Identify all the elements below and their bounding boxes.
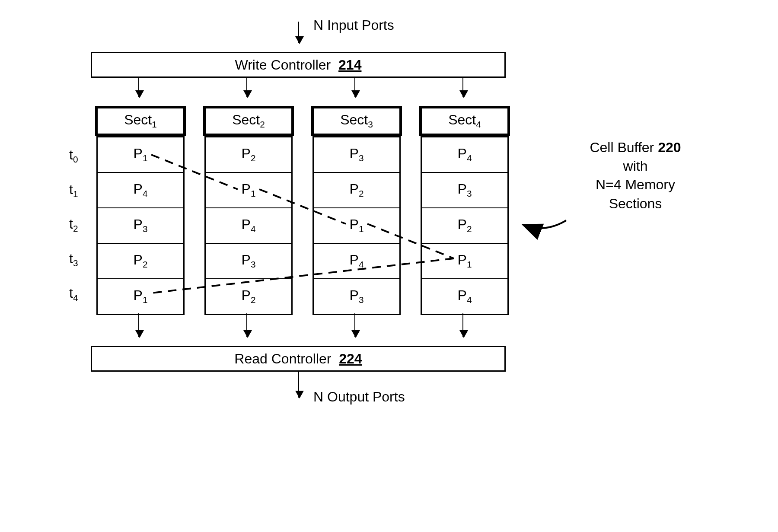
arrow-output [298, 372, 299, 398]
cell-s1-t0: P1 [98, 137, 183, 173]
arrow-wc-s4 [462, 78, 463, 97]
cell-s2-t0: P2 [206, 137, 291, 173]
cell-s1-t4: P1 [98, 279, 183, 314]
cell-s2-t4: P2 [206, 279, 291, 314]
read-controller-box: Read Controller 224 [91, 346, 506, 372]
write-controller-text: Write Controller [235, 57, 331, 73]
time-label-2: t2 [69, 216, 78, 234]
sect-col-1: P1 P4 P3 P2 P1 [96, 136, 185, 315]
arrow-s4-rc [462, 313, 463, 337]
cell-s4-t2: P2 [422, 208, 507, 244]
cell-s3-t1: P2 [314, 173, 399, 208]
sect-col-4: P4 P3 P2 P1 P4 [421, 136, 509, 315]
cell-s1-t3: P2 [98, 244, 183, 279]
cell-s2-t2: P4 [206, 208, 291, 244]
arrow-s1-rc [138, 313, 139, 337]
cell-s2-t3: P3 [206, 244, 291, 279]
input-ports-label: N Input Ports [313, 17, 394, 33]
sect-header-1: Sect1 [95, 106, 186, 136]
sect-header-3: Sect3 [311, 106, 402, 136]
read-controller-text: Read Controller [234, 351, 331, 366]
cell-s4-t4: P4 [422, 279, 507, 314]
time-label-0: t0 [69, 147, 78, 165]
sect-col-2: P2 P1 P4 P3 P2 [204, 136, 293, 315]
arrow-s3-rc [354, 313, 355, 337]
cell-s4-t0: P4 [422, 137, 507, 173]
write-controller-ref: 214 [338, 57, 361, 73]
arrow-input [298, 22, 299, 43]
output-ports-label: N Output Ports [313, 389, 405, 405]
time-label-3: t3 [69, 251, 78, 268]
arrow-wc-s1 [138, 78, 139, 97]
cell-s1-t2: P3 [98, 208, 183, 244]
diagram-canvas: N Input Ports Write Controller 214 Sect1… [65, 17, 713, 493]
cell-s3-t3: P4 [314, 244, 399, 279]
cell-s3-t0: P3 [314, 137, 399, 173]
callout-arrow [523, 220, 566, 228]
cell-s3-t2: P1 [314, 208, 399, 244]
cell-s1-t1: P4 [98, 173, 183, 208]
cell-s4-t3: P1 [422, 244, 507, 279]
sect-col-3: P3 P2 P1 P4 P3 [312, 136, 401, 315]
cell-buffer-callout: Cell Buffer 220 with N=4 Memory Sections [562, 138, 709, 213]
arrow-s2-rc [246, 313, 247, 337]
read-controller-ref: 224 [339, 351, 362, 366]
arrow-wc-s3 [354, 78, 355, 97]
time-label-1: t1 [69, 182, 78, 199]
time-label-4: t4 [69, 285, 78, 303]
dashed-seg-4 [151, 258, 454, 293]
sect-header-4: Sect4 [419, 106, 510, 136]
sect-header-2: Sect2 [203, 106, 294, 136]
arrow-wc-s2 [246, 78, 247, 97]
cell-s2-t1: P1 [206, 173, 291, 208]
write-controller-box: Write Controller 214 [91, 52, 506, 78]
cell-s3-t4: P3 [314, 279, 399, 314]
cell-s4-t1: P3 [422, 173, 507, 208]
